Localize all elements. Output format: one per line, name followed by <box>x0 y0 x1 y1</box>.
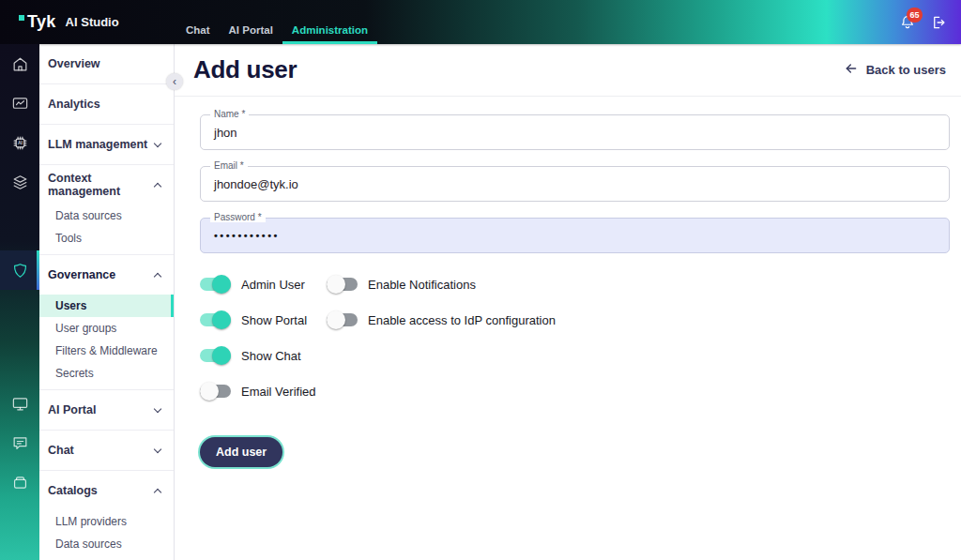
toggle-show-chat[interactable]: Show Chat <box>200 346 327 365</box>
product-name: AI Studio <box>66 15 119 29</box>
sidebar-item-analytics[interactable]: Analytics <box>39 84 174 124</box>
name-field-value: jhon <box>214 126 237 140</box>
notifications-button[interactable]: 65 <box>899 14 916 31</box>
sidebar-item-label: Governance <box>48 268 115 281</box>
back-to-users-link[interactable]: Back to users <box>844 61 946 79</box>
sidebar-item-llm-providers[interactable]: LLM providers <box>39 510 174 533</box>
rail-item-overview[interactable] <box>0 44 39 83</box>
back-arrow-icon <box>844 61 859 79</box>
rail-item-governance[interactable] <box>0 250 39 290</box>
shield-icon <box>11 262 29 280</box>
sidebar-item-context-management[interactable]: Context management <box>39 165 174 204</box>
back-link-label: Back to users <box>866 63 946 77</box>
sidebar-item-users[interactable]: Users <box>39 295 174 317</box>
sidebar-item-label: AI Portal <box>48 403 96 416</box>
logout-button[interactable] <box>931 14 948 31</box>
toggle-show-portal[interactable]: Show Portal <box>200 310 327 329</box>
logout-icon <box>931 14 948 31</box>
sidebar-item-data-sources[interactable]: Data sources <box>39 533 174 555</box>
sidebar-item-data-sources[interactable]: Data sources <box>39 204 174 227</box>
sidebar-item-label: Overview <box>48 57 100 70</box>
toggle-thumb <box>212 275 231 294</box>
email-field[interactable]: Email *jhondoe@tyk.io <box>200 166 950 202</box>
rail-item-llm-management[interactable]: AI <box>0 123 39 162</box>
name-field-label: Name * <box>210 109 249 119</box>
name-field[interactable]: Name *jhon <box>200 114 950 150</box>
toggle-switch[interactable] <box>327 310 358 329</box>
chevron-up-icon <box>154 272 161 280</box>
password-field-label: Password * <box>210 212 266 222</box>
toggle-admin-user[interactable]: Admin User <box>200 275 327 294</box>
sidebar-item-tools[interactable]: Tools <box>39 555 174 560</box>
tab-administration[interactable]: Administration <box>282 0 377 44</box>
sidebar-sublist: LLM providersData sourcesTools <box>39 510 174 560</box>
tab-ai-portal[interactable]: AI Portal <box>220 0 282 44</box>
sidebar-section: AI Portal <box>39 390 174 431</box>
toggle-enable-access-to-idp-configuration[interactable]: Enable access to IdP configuration <box>327 310 556 329</box>
rail-item-context-management[interactable] <box>0 162 39 202</box>
rail-item-chat[interactable] <box>0 423 39 462</box>
rail-item-analytics[interactable] <box>0 83 39 123</box>
sidebar-item-chat[interactable]: Chat <box>39 431 174 470</box>
sidebar-item-filters-middleware[interactable]: Filters & Middleware <box>39 340 174 362</box>
rail-item-ai-portal[interactable] <box>0 384 39 423</box>
toggle-switch[interactable] <box>327 275 358 294</box>
toggle-email-verified[interactable]: Email Verified <box>200 382 327 401</box>
tab-chat[interactable]: Chat <box>176 0 220 44</box>
layers-icon <box>11 174 29 191</box>
sidebar-item-llm-management[interactable]: LLM management <box>39 125 174 164</box>
sidebar-item-secrets[interactable]: Secrets <box>39 362 174 385</box>
tyk-logo-mark <box>19 15 24 21</box>
toggle-switch[interactable] <box>200 310 231 329</box>
toggle-thumb <box>327 275 345 294</box>
sidebar-item-label: Analytics <box>48 98 100 111</box>
sidebar-section: Context managementData sourcesTools <box>39 165 174 255</box>
password-field-value: ••••••••••• <box>214 230 280 241</box>
toggle-label: Email Verified <box>241 385 315 399</box>
sidebar-item-ai-portal[interactable]: AI Portal <box>39 390 174 430</box>
analytics-icon <box>11 95 29 113</box>
toggle-thumb <box>327 310 345 329</box>
sidebar-item-governance[interactable]: Governance <box>39 255 174 295</box>
toggle-thumb <box>212 310 231 329</box>
chevron-down-icon <box>154 139 161 146</box>
sidebar-item-label: LLM management <box>48 138 147 151</box>
sidebar-item-tools[interactable]: Tools <box>39 227 174 250</box>
sidebar-section: Chat <box>39 431 174 471</box>
toggle-group: Admin UserShow PortalShow ChatEmail Veri… <box>200 275 950 417</box>
toggle-switch[interactable] <box>200 382 231 401</box>
toggle-label: Enable Notifications <box>368 278 476 292</box>
sidebar-section: CatalogsLLM providersData sourcesTools <box>39 471 174 560</box>
chat-bubble-icon <box>11 434 29 452</box>
sidebar-section: LLM management <box>39 125 174 165</box>
chevron-down-icon <box>154 445 161 452</box>
rail-item-catalogs[interactable] <box>0 462 39 502</box>
toggle-label: Admin User <box>241 278 305 292</box>
topbar-actions: 65 <box>899 0 948 44</box>
toggle-enable-notifications[interactable]: Enable Notifications <box>327 275 556 294</box>
sidebar-sublist: UsersUser groupsFilters & MiddlewareSecr… <box>39 295 174 389</box>
collapse-sidebar-button[interactable]: ‹ <box>166 73 183 90</box>
toggle-label: Enable access to IdP configuration <box>368 313 556 327</box>
password-field[interactable]: Password *••••••••••• <box>200 218 950 253</box>
sidebar-item-catalogs[interactable]: Catalogs <box>39 471 174 510</box>
sidebar-section: GovernanceUsersUser groupsFilters & Midd… <box>39 255 174 390</box>
toggle-label: Show Chat <box>241 349 301 363</box>
chevron-up-icon <box>154 488 161 495</box>
main-content: Add user Back to users Name *jhonEmail *… <box>175 44 961 560</box>
sidebar-item-overview[interactable]: Overview <box>39 44 174 83</box>
ai-chip-icon: AI <box>11 134 29 152</box>
brand-name: Tyk <box>27 12 56 32</box>
chevron-up-icon <box>154 182 161 189</box>
add-user-form: Name *jhonEmail *jhondoe@tyk.ioPassword … <box>175 97 961 467</box>
sidebar: OverviewAnalyticsLLM managementContext m… <box>39 44 175 560</box>
sidebar-item-user-groups[interactable]: User groups <box>39 317 174 340</box>
toggle-switch[interactable] <box>200 275 231 294</box>
toggle-thumb <box>200 382 219 401</box>
add-user-button[interactable]: Add user <box>200 437 282 467</box>
catalog-box-icon <box>11 474 29 492</box>
notification-badge: 65 <box>907 8 923 23</box>
top-nav: ChatAI PortalAdministration <box>176 0 377 44</box>
toggle-thumb <box>212 346 231 365</box>
toggle-switch[interactable] <box>200 346 231 365</box>
